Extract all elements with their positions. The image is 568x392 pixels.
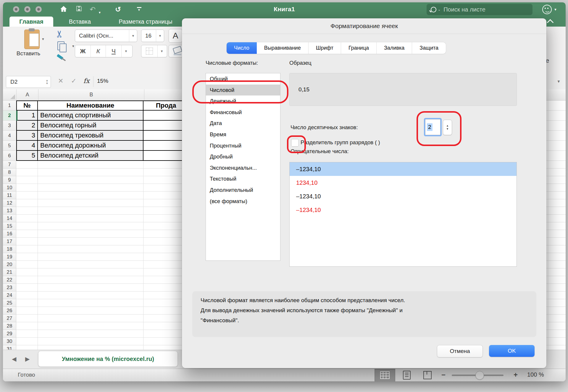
- tab-zashchita[interactable]: Защита: [412, 42, 446, 54]
- row-header[interactable]: 8: [3, 169, 16, 176]
- cell-a[interactable]: [16, 238, 38, 245]
- row-header[interactable]: 4: [3, 131, 16, 141]
- cell-a[interactable]: [16, 284, 38, 291]
- paste-dropdown-icon[interactable]: ▼: [41, 37, 45, 41]
- cell-b[interactable]: [38, 276, 143, 284]
- cell-a[interactable]: [16, 315, 38, 322]
- cell-b[interactable]: [38, 299, 143, 307]
- tab-granica[interactable]: Граница: [341, 42, 377, 54]
- cell-b[interactable]: Велосипед спортивный: [38, 111, 143, 121]
- zoom-in-button[interactable]: +: [514, 371, 518, 379]
- underline-button[interactable]: Ч: [106, 45, 122, 57]
- paste-icon[interactable]: [24, 30, 40, 49]
- formula-value[interactable]: 15%: [97, 78, 108, 84]
- next-sheet-icon[interactable]: ▶: [25, 355, 30, 362]
- row-header[interactable]: 2: [3, 111, 16, 121]
- format-list-item[interactable]: (все форматы): [206, 196, 280, 207]
- cell-b[interactable]: [38, 330, 143, 338]
- negative-list-item[interactable]: –1234,10: [290, 189, 517, 203]
- row-header[interactable]: 26: [3, 307, 16, 315]
- normal-view-button[interactable]: [375, 369, 395, 381]
- row-header[interactable]: 30: [3, 338, 16, 345]
- cell-a[interactable]: 1: [16, 111, 38, 121]
- row-header[interactable]: 17: [3, 238, 16, 245]
- tab-glavnaya[interactable]: Главная: [9, 17, 53, 27]
- row-header[interactable]: 20: [3, 261, 16, 268]
- tab-vstavka[interactable]: Вставка: [62, 17, 98, 27]
- row-header[interactable]: 5: [3, 141, 16, 151]
- cell-b[interactable]: Наименование: [38, 101, 143, 111]
- search-scope-chevron-icon[interactable]: ⌄: [438, 8, 440, 12]
- row-header[interactable]: 7: [3, 161, 16, 169]
- negative-list-item[interactable]: 1234,10: [290, 176, 517, 189]
- cut-icon[interactable]: ✂: [54, 30, 65, 38]
- format-list-item[interactable]: Текстовый: [206, 173, 280, 184]
- row-header[interactable]: 27: [3, 315, 16, 322]
- font-size-select[interactable]: 16 ▼: [141, 30, 164, 42]
- zoom-out-button[interactable]: −: [441, 371, 446, 379]
- column-header-b[interactable]: B: [38, 89, 144, 100]
- thousands-separator-checkbox[interactable]: [291, 139, 299, 147]
- name-box-stepper[interactable]: ▲▼: [43, 79, 51, 85]
- cell-b[interactable]: [38, 291, 143, 299]
- format-list-item[interactable]: Дробный: [206, 151, 280, 162]
- cell-b[interactable]: [38, 222, 143, 230]
- cell-a[interactable]: [16, 230, 38, 238]
- row-header[interactable]: 23: [3, 284, 16, 291]
- cell-b[interactable]: [38, 238, 143, 245]
- row-header[interactable]: 24: [3, 291, 16, 299]
- cancel-entry-icon[interactable]: ✕: [58, 77, 63, 85]
- cell-b[interactable]: [38, 315, 143, 322]
- row-header[interactable]: 28: [3, 322, 16, 330]
- ok-button[interactable]: OK: [489, 345, 535, 357]
- row-header[interactable]: 13: [3, 207, 16, 215]
- cell-b[interactable]: [38, 261, 143, 268]
- decimals-input[interactable]: 2: [425, 119, 440, 135]
- cell-a[interactable]: [16, 161, 38, 169]
- row-header[interactable]: 29: [3, 330, 16, 338]
- cell-a[interactable]: [16, 192, 38, 199]
- cell-a[interactable]: [16, 276, 38, 284]
- feedback-dropdown-icon[interactable]: ▼: [554, 8, 557, 11]
- cell-b[interactable]: [38, 253, 143, 261]
- cell-b[interactable]: [38, 307, 143, 315]
- column-header-a[interactable]: A: [17, 89, 38, 100]
- row-header[interactable]: 1: [3, 101, 16, 111]
- tab-vyravnivanie[interactable]: Выравнивание: [257, 42, 309, 54]
- cell-a[interactable]: [16, 207, 38, 215]
- format-list-item[interactable]: Денежный: [206, 95, 280, 107]
- cell-b[interactable]: Велосипед трековый: [38, 131, 143, 141]
- row-header[interactable]: 14: [3, 215, 16, 222]
- row-header[interactable]: 9: [3, 176, 16, 184]
- cell-a[interactable]: [16, 176, 38, 184]
- cell-a[interactable]: 2: [16, 121, 38, 131]
- tab-razmetka[interactable]: Разметка страницы: [107, 17, 184, 27]
- row-header[interactable]: 25: [3, 299, 16, 307]
- row-header[interactable]: 31: [3, 345, 16, 350]
- name-box[interactable]: D2 ▲▼: [6, 76, 51, 88]
- cell-a[interactable]: [16, 338, 38, 345]
- grow-font-button[interactable]: А: [169, 29, 182, 43]
- row-header[interactable]: 16: [3, 230, 16, 238]
- cell-a[interactable]: 4: [16, 141, 38, 151]
- format-list-item[interactable]: Дата: [206, 118, 280, 129]
- cell-b[interactable]: [38, 176, 143, 184]
- row-header[interactable]: 12: [3, 199, 16, 207]
- cell-a[interactable]: 3: [16, 131, 38, 141]
- cell-b[interactable]: Велосипед горный: [38, 121, 143, 131]
- row-header[interactable]: 6: [3, 151, 16, 161]
- cell-b[interactable]: [38, 245, 143, 253]
- format-list-item[interactable]: Числовой: [206, 85, 280, 96]
- cancel-button[interactable]: Отмена: [437, 345, 483, 357]
- row-header[interactable]: 22: [3, 276, 16, 284]
- zoom-slider-thumb[interactable]: [475, 371, 484, 380]
- cell-b[interactable]: [38, 345, 143, 350]
- row-header[interactable]: 18: [3, 245, 16, 253]
- negative-list-item[interactable]: –1234,10: [290, 203, 517, 217]
- cell-b[interactable]: [38, 215, 143, 222]
- cell-a[interactable]: [16, 199, 38, 207]
- cell-b[interactable]: Велосипед дорожный: [38, 141, 143, 151]
- cell-a[interactable]: [16, 307, 38, 315]
- cell-a[interactable]: [16, 184, 38, 192]
- format-list-item[interactable]: Общий: [206, 73, 280, 85]
